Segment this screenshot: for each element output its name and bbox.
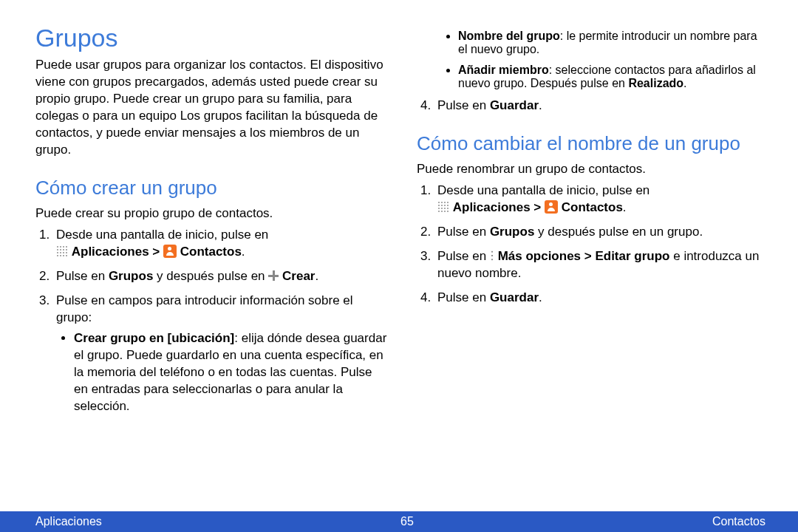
rename-step-2: Pulse en Grupos y después pulse en un gr… (434, 224, 768, 241)
separator: > (149, 245, 163, 259)
plus-icon (268, 270, 279, 281)
create-sublist: Crear grupo en [ubicación]: elija dónde … (56, 330, 387, 415)
create-step-1: Desde una pantalla de inicio, pulse en A… (53, 227, 387, 261)
create-sub-1: Crear grupo en [ubicación]: elija dónde … (74, 330, 387, 415)
contacts-icon (545, 200, 558, 214)
more-options-icon (490, 250, 494, 262)
create-step-3: Pulse en campos para introducir informac… (53, 293, 387, 416)
period: . (539, 98, 542, 112)
apps-label: Aplicaciones (453, 200, 531, 214)
apps-label: Aplicaciones (72, 245, 149, 259)
create-sub-3: Añadir miembro: seleccione contactos par… (458, 64, 768, 90)
create-step-4: Pulse en Guardar. (434, 98, 768, 115)
heading-rename-group: Cómo cambiar el nombre de un grupo (417, 132, 768, 155)
create-steps-cont: Pulse en Guardar. (417, 98, 768, 115)
text: y después pulse en un grupo. (534, 225, 703, 239)
crear-label: Crear (282, 269, 315, 283)
editar-grupo-label: Editar grupo (595, 249, 669, 263)
text: Desde una pantalla de inicio, pulse en (56, 228, 268, 242)
contacts-icon (163, 245, 177, 258)
period: . (242, 245, 245, 259)
text: Pulse en (56, 269, 109, 283)
heading-create-group: Cómo crear un grupo (35, 177, 387, 200)
rename-step-4: Pulse en Guardar. (434, 290, 768, 307)
document-page: Grupos Puede usar grupos para organizar … (0, 0, 798, 532)
left-column: Grupos Puede usar grupos para organizar … (35, 24, 387, 504)
text: Pulse en (437, 290, 490, 304)
text: y después pulse en (153, 269, 268, 283)
contacts-label: Contactos (562, 200, 623, 214)
heading-grupos: Grupos (35, 24, 387, 52)
apps-grid-icon (56, 245, 68, 257)
page-number: 65 (400, 515, 414, 528)
footer-left: Aplicaciones (35, 515, 102, 528)
grupos-label: Grupos (109, 269, 153, 283)
guardar-label: Guardar (490, 98, 539, 112)
rename-steps: Desde una pantalla de inicio, pulse en A… (417, 183, 768, 307)
separator: > (581, 249, 595, 263)
period: . (683, 77, 686, 89)
right-column: Nombre del grupo: le permite introducir … (417, 24, 768, 504)
guardar-label: Guardar (490, 290, 539, 304)
sub2-label: Nombre del grupo (458, 30, 560, 42)
text: Pulse en campos para introducir informac… (56, 293, 353, 324)
text: Pulse en (437, 98, 490, 112)
period: . (623, 200, 627, 214)
contacts-label: Contactos (180, 245, 242, 259)
intro-paragraph: Puede usar grupos para organizar los con… (35, 57, 387, 159)
realizado-label: Realizado (628, 77, 683, 89)
text: Pulse en (437, 249, 490, 263)
separator: > (531, 200, 545, 214)
create-sublist-cont: Nombre del grupo: le permite introducir … (417, 30, 768, 90)
grupos-label: Grupos (490, 225, 534, 239)
rename-intro: Puede renombrar un grupo de contactos. (417, 161, 768, 178)
text: Pulse en (437, 225, 490, 239)
create-steps: Desde una pantalla de inicio, pulse en A… (35, 227, 387, 415)
period: . (315, 269, 318, 283)
content-area: Grupos Puede usar grupos para organizar … (0, 0, 798, 511)
sub3-label: Añadir miembro (458, 64, 549, 76)
text: Desde una pantalla de inicio, pulse en (437, 183, 649, 197)
apps-grid-icon (437, 201, 449, 213)
footer-bar: Aplicaciones 65 Contactos (0, 511, 798, 532)
rename-step-3: Pulse en Más opciones > Editar grupo e i… (434, 248, 768, 282)
create-step-2: Pulse en Grupos y después pulse en Crear… (53, 268, 387, 285)
period: . (539, 290, 542, 304)
sub1-label: Crear grupo en [ubicación] (74, 331, 234, 345)
footer-right: Contactos (712, 515, 765, 528)
create-sub-2: Nombre del grupo: le permite introducir … (458, 30, 768, 56)
mas-opciones-label: Más opciones (498, 249, 581, 263)
rename-step-1: Desde una pantalla de inicio, pulse en A… (434, 183, 768, 216)
create-intro: Puede crear su propio grupo de contactos… (35, 205, 387, 222)
